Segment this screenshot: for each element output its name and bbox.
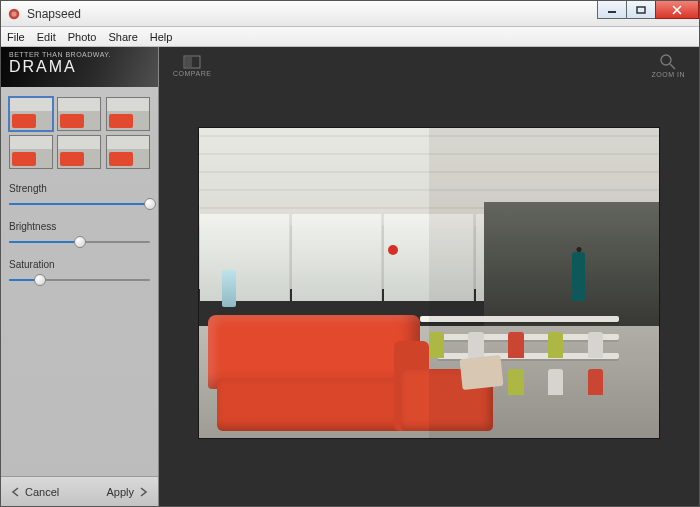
zoom-in-button[interactable]: ZOOM IN [652,54,685,78]
strength-label: Strength [9,183,150,194]
saturation-label: Saturation [9,259,150,270]
close-button[interactable] [655,1,699,19]
photo-preview[interactable] [199,128,659,438]
sidebar: BETTER THAN BROADWAY. DRAMA Strength [1,47,159,506]
brightness-slider[interactable] [9,235,150,249]
zoom-in-icon [660,54,676,70]
brightness-control: Brightness [9,221,150,249]
menu-file[interactable]: File [7,31,25,43]
menubar: File Edit Photo Share Help [1,27,699,47]
apply-button[interactable]: Apply [106,486,148,498]
cancel-button[interactable]: Cancel [11,486,59,498]
sidebar-footer: Cancel Apply [1,476,158,506]
menu-share[interactable]: Share [108,31,137,43]
saturation-control: Saturation [9,259,150,287]
window-controls [598,1,699,19]
canvas-stage [159,85,699,506]
window-title: Snapseed [27,7,81,21]
back-icon [11,487,21,497]
preset-thumb[interactable] [106,135,150,169]
compare-icon [183,55,201,69]
strength-slider[interactable] [9,197,150,211]
zoom-label: ZOOM IN [652,71,685,78]
svg-point-1 [11,11,16,16]
menu-photo[interactable]: Photo [68,31,97,43]
compare-label: COMPARE [173,70,211,77]
main-area: BETTER THAN BROADWAY. DRAMA Strength [1,47,699,506]
slider-knob[interactable] [74,236,86,248]
preset-thumb[interactable] [57,135,101,169]
filter-subtitle: BETTER THAN BROADWAY. [9,51,150,58]
filter-title: DRAMA [9,58,150,76]
svg-rect-5 [185,57,192,67]
preset-thumb[interactable] [106,97,150,131]
app-icon [7,7,21,21]
preset-thumb[interactable] [57,97,101,131]
compare-button[interactable]: COMPARE [173,55,211,77]
cancel-label: Cancel [25,486,59,498]
app-window: Snapseed File Edit Photo Share Help BETT… [0,0,700,507]
canvas-area: COMPARE ZOOM IN [159,47,699,506]
preset-thumb[interactable] [9,97,53,131]
maximize-button[interactable] [626,1,656,19]
svg-line-7 [670,64,675,69]
svg-rect-2 [608,11,616,13]
strength-control: Strength [9,183,150,211]
slider-knob[interactable] [34,274,46,286]
menu-edit[interactable]: Edit [37,31,56,43]
preset-thumb[interactable] [9,135,53,169]
saturation-slider[interactable] [9,273,150,287]
preset-grid [9,97,150,169]
minimize-button[interactable] [597,1,627,19]
slider-knob[interactable] [144,198,156,210]
apply-label: Apply [106,486,134,498]
brightness-label: Brightness [9,221,150,232]
canvas-toolbar: COMPARE ZOOM IN [159,47,699,85]
svg-point-6 [661,55,671,65]
titlebar[interactable]: Snapseed [1,1,699,27]
filter-header: BETTER THAN BROADWAY. DRAMA [1,47,158,87]
menu-help[interactable]: Help [150,31,173,43]
svg-rect-3 [637,7,645,13]
forward-icon [138,487,148,497]
sidebar-body: Strength Brightness Saturation [1,87,158,476]
